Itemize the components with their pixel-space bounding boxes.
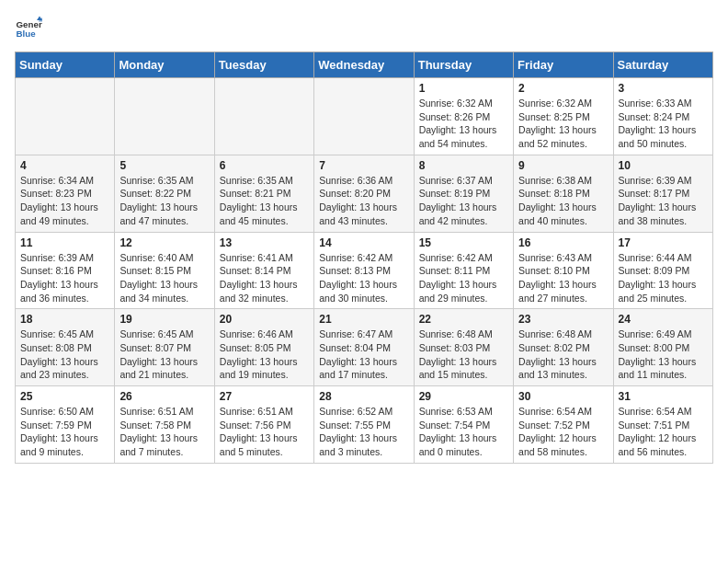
calendar-week-2: 4Sunrise: 6:34 AM Sunset: 8:23 PM Daylig… xyxy=(16,155,713,232)
day-info: Sunrise: 6:35 AM Sunset: 8:21 PM Dayligh… xyxy=(220,174,309,228)
calendar-cell: 27Sunrise: 6:51 AM Sunset: 7:56 PM Dayli… xyxy=(214,386,313,464)
calendar-table: SundayMondayTuesdayWednesdayThursdayFrid… xyxy=(15,52,713,464)
calendar-cell: 17Sunrise: 6:44 AM Sunset: 8:09 PM Dayli… xyxy=(613,232,712,309)
day-info: Sunrise: 6:41 AM Sunset: 8:14 PM Dayligh… xyxy=(220,251,309,305)
day-number: 17 xyxy=(619,236,708,249)
day-info: Sunrise: 6:46 AM Sunset: 8:05 PM Dayligh… xyxy=(220,327,309,382)
day-info: Sunrise: 6:35 AM Sunset: 8:22 PM Dayligh… xyxy=(119,174,209,228)
day-number: 8 xyxy=(419,159,508,172)
header-friday: Friday xyxy=(514,52,613,78)
calendar-cell: 23Sunrise: 6:48 AM Sunset: 8:02 PM Dayli… xyxy=(514,309,613,386)
day-info: Sunrise: 6:49 AM Sunset: 8:00 PM Dayligh… xyxy=(619,327,708,382)
calendar-cell: 19Sunrise: 6:45 AM Sunset: 8:07 PM Dayli… xyxy=(115,309,214,386)
day-number: 4 xyxy=(20,159,109,172)
calendar-cell: 11Sunrise: 6:39 AM Sunset: 8:16 PM Dayli… xyxy=(16,232,115,309)
day-info: Sunrise: 6:39 AM Sunset: 8:16 PM Dayligh… xyxy=(20,251,109,305)
calendar-cell: 9Sunrise: 6:38 AM Sunset: 8:18 PM Daylig… xyxy=(514,155,613,232)
day-info: Sunrise: 6:36 AM Sunset: 8:20 PM Dayligh… xyxy=(319,174,408,228)
calendar-cell: 26Sunrise: 6:51 AM Sunset: 7:58 PM Dayli… xyxy=(115,386,214,464)
day-info: Sunrise: 6:37 AM Sunset: 8:19 PM Dayligh… xyxy=(419,174,508,228)
calendar-cell: 6Sunrise: 6:35 AM Sunset: 8:21 PM Daylig… xyxy=(214,155,313,232)
calendar-cell: 14Sunrise: 6:42 AM Sunset: 8:13 PM Dayli… xyxy=(314,232,414,309)
day-number: 15 xyxy=(419,236,508,249)
day-info: Sunrise: 6:42 AM Sunset: 8:11 PM Dayligh… xyxy=(419,251,508,305)
calendar-cell: 31Sunrise: 6:54 AM Sunset: 7:51 PM Dayli… xyxy=(613,386,712,464)
day-number: 25 xyxy=(20,390,109,403)
calendar-cell: 15Sunrise: 6:42 AM Sunset: 8:11 PM Dayli… xyxy=(414,232,513,309)
header-saturday: Saturday xyxy=(613,52,712,78)
day-number: 24 xyxy=(619,313,708,326)
day-number: 5 xyxy=(119,159,209,172)
day-info: Sunrise: 6:32 AM Sunset: 8:25 PM Dayligh… xyxy=(518,97,608,151)
calendar-week-3: 11Sunrise: 6:39 AM Sunset: 8:16 PM Dayli… xyxy=(16,232,713,309)
day-info: Sunrise: 6:43 AM Sunset: 8:10 PM Dayligh… xyxy=(518,251,608,305)
day-number: 9 xyxy=(518,159,608,172)
calendar-cell: 30Sunrise: 6:54 AM Sunset: 7:52 PM Dayli… xyxy=(514,386,613,464)
day-number: 18 xyxy=(20,313,109,326)
calendar-cell: 13Sunrise: 6:41 AM Sunset: 8:14 PM Dayli… xyxy=(214,232,313,309)
day-number: 2 xyxy=(518,82,608,95)
day-number: 3 xyxy=(619,82,708,95)
calendar-cell: 21Sunrise: 6:47 AM Sunset: 8:04 PM Dayli… xyxy=(314,309,414,386)
day-info: Sunrise: 6:45 AM Sunset: 8:08 PM Dayligh… xyxy=(20,327,109,382)
day-info: Sunrise: 6:38 AM Sunset: 8:18 PM Dayligh… xyxy=(518,174,608,228)
header-wednesday: Wednesday xyxy=(314,52,414,78)
header-monday: Monday xyxy=(115,52,214,78)
calendar-cell: 3Sunrise: 6:33 AM Sunset: 8:24 PM Daylig… xyxy=(613,78,712,155)
day-info: Sunrise: 6:52 AM Sunset: 7:55 PM Dayligh… xyxy=(319,405,408,459)
day-info: Sunrise: 6:45 AM Sunset: 8:07 PM Dayligh… xyxy=(119,327,209,382)
day-number: 16 xyxy=(518,236,608,249)
day-number: 29 xyxy=(419,390,508,403)
calendar-cell: 8Sunrise: 6:37 AM Sunset: 8:19 PM Daylig… xyxy=(414,155,513,232)
day-info: Sunrise: 6:48 AM Sunset: 8:02 PM Dayligh… xyxy=(518,327,608,382)
day-number: 19 xyxy=(119,313,209,326)
day-number: 6 xyxy=(220,159,309,172)
day-number: 22 xyxy=(419,313,508,326)
logo-icon: General Blue xyxy=(15,15,42,42)
day-info: Sunrise: 6:44 AM Sunset: 8:09 PM Dayligh… xyxy=(619,251,708,305)
day-number: 30 xyxy=(518,390,608,403)
header-thursday: Thursday xyxy=(414,52,513,78)
calendar-week-4: 18Sunrise: 6:45 AM Sunset: 8:08 PM Dayli… xyxy=(16,309,713,386)
day-number: 1 xyxy=(419,82,508,95)
day-number: 10 xyxy=(619,159,708,172)
day-info: Sunrise: 6:51 AM Sunset: 7:56 PM Dayligh… xyxy=(220,405,309,459)
calendar-cell: 18Sunrise: 6:45 AM Sunset: 8:08 PM Dayli… xyxy=(16,309,115,386)
day-info: Sunrise: 6:51 AM Sunset: 7:58 PM Dayligh… xyxy=(119,405,209,459)
calendar-cell: 22Sunrise: 6:48 AM Sunset: 8:03 PM Dayli… xyxy=(414,309,513,386)
calendar-cell: 25Sunrise: 6:50 AM Sunset: 7:59 PM Dayli… xyxy=(16,386,115,464)
day-info: Sunrise: 6:48 AM Sunset: 8:03 PM Dayligh… xyxy=(419,327,508,382)
calendar-cell: 1Sunrise: 6:32 AM Sunset: 8:26 PM Daylig… xyxy=(414,78,513,155)
day-info: Sunrise: 6:54 AM Sunset: 7:52 PM Dayligh… xyxy=(518,405,608,459)
calendar-cell: 20Sunrise: 6:46 AM Sunset: 8:05 PM Dayli… xyxy=(214,309,313,386)
calendar-cell: 24Sunrise: 6:49 AM Sunset: 8:00 PM Dayli… xyxy=(613,309,712,386)
day-info: Sunrise: 6:34 AM Sunset: 8:23 PM Dayligh… xyxy=(20,174,109,228)
day-info: Sunrise: 6:54 AM Sunset: 7:51 PM Dayligh… xyxy=(619,405,708,459)
day-number: 7 xyxy=(319,159,408,172)
day-info: Sunrise: 6:47 AM Sunset: 8:04 PM Dayligh… xyxy=(319,327,408,382)
day-number: 27 xyxy=(220,390,309,403)
day-info: Sunrise: 6:33 AM Sunset: 8:24 PM Dayligh… xyxy=(619,97,708,151)
logo: General Blue xyxy=(15,15,42,42)
day-info: Sunrise: 6:42 AM Sunset: 8:13 PM Dayligh… xyxy=(319,251,408,305)
day-number: 21 xyxy=(319,313,408,326)
day-info: Sunrise: 6:53 AM Sunset: 7:54 PM Dayligh… xyxy=(419,405,508,459)
calendar-cell xyxy=(314,78,414,155)
calendar-week-5: 25Sunrise: 6:50 AM Sunset: 7:59 PM Dayli… xyxy=(16,386,713,464)
svg-text:General: General xyxy=(17,19,43,29)
day-number: 12 xyxy=(119,236,209,249)
calendar-cell: 29Sunrise: 6:53 AM Sunset: 7:54 PM Dayli… xyxy=(414,386,513,464)
day-number: 13 xyxy=(220,236,309,249)
calendar-cell: 10Sunrise: 6:39 AM Sunset: 8:17 PM Dayli… xyxy=(613,155,712,232)
calendar-cell xyxy=(115,78,214,155)
calendar-cell xyxy=(214,78,313,155)
day-info: Sunrise: 6:32 AM Sunset: 8:26 PM Dayligh… xyxy=(419,97,508,151)
day-number: 26 xyxy=(119,390,209,403)
calendar-cell: 2Sunrise: 6:32 AM Sunset: 8:25 PM Daylig… xyxy=(514,78,613,155)
day-number: 28 xyxy=(319,390,408,403)
day-info: Sunrise: 6:39 AM Sunset: 8:17 PM Dayligh… xyxy=(619,174,708,228)
calendar-cell: 5Sunrise: 6:35 AM Sunset: 8:22 PM Daylig… xyxy=(115,155,214,232)
calendar-cell: 28Sunrise: 6:52 AM Sunset: 7:55 PM Dayli… xyxy=(314,386,414,464)
calendar-header-row: SundayMondayTuesdayWednesdayThursdayFrid… xyxy=(16,52,713,78)
svg-text:Blue: Blue xyxy=(17,29,37,39)
